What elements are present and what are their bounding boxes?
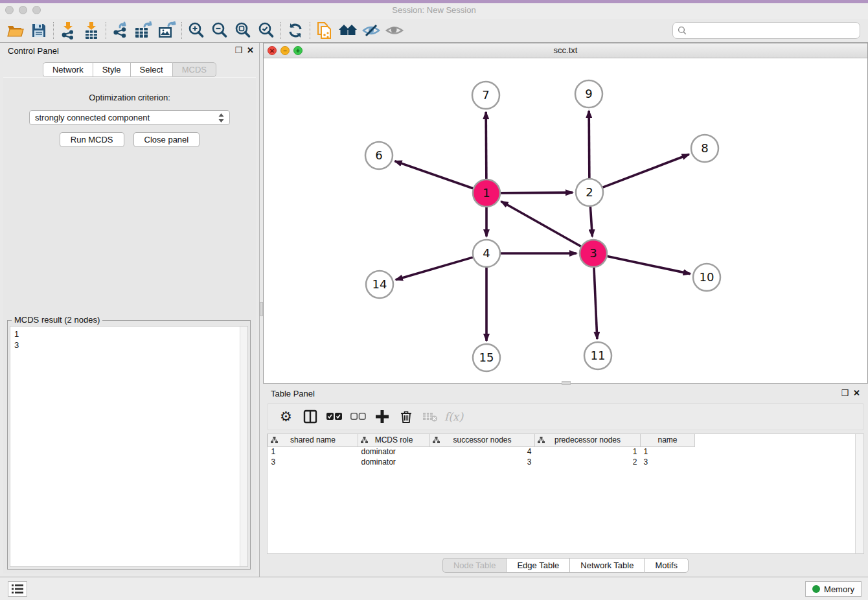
memory-button[interactable]: Memory: [805, 581, 862, 597]
control-panel-title: Control Panel: [8, 46, 59, 56]
graph-edge-3-10[interactable]: [608, 257, 691, 274]
clone-network-icon[interactable]: [313, 20, 336, 41]
optimization-criterion-label: Optimization criterion:: [3, 93, 256, 102]
control-panel: Control Panel ❒ ✕ NetworkStyleSelectMCDS…: [0, 43, 259, 577]
table-toolbar: ⚙ f(x): [267, 403, 864, 430]
table-scrollbar[interactable]: [855, 434, 863, 553]
graph-node-label: 15: [479, 351, 494, 364]
cell-shared-name[interactable]: 1: [268, 446, 358, 457]
tab-motifs[interactable]: Motifs: [644, 558, 689, 573]
node-table: shared nameMCDS rolesuccessor nodesprede…: [267, 433, 864, 554]
memory-label: Memory: [824, 584, 854, 594]
graph-node-label: 1: [483, 186, 490, 200]
cell-predecessor-nodes[interactable]: 2: [535, 457, 641, 467]
table-body: 1dominator4113dominator323: [268, 446, 695, 467]
zoom-fit-icon[interactable]: [231, 20, 255, 41]
table-settings-gear-icon[interactable]: ⚙: [274, 406, 298, 428]
open-session-icon[interactable]: [4, 20, 27, 41]
run-mcds-button[interactable]: Run MCDS: [60, 132, 124, 147]
cell-name[interactable]: 3: [641, 457, 695, 467]
tab-style[interactable]: Style: [93, 62, 130, 77]
float-panel-icon[interactable]: ❒: [234, 45, 242, 55]
graph-edge-2-9[interactable]: [589, 111, 589, 178]
cell-shared-name[interactable]: 3: [268, 457, 358, 467]
network-canvas[interactable]: 7968124314101511: [264, 58, 867, 383]
search-field[interactable]: [672, 22, 860, 39]
close-panel-icon[interactable]: ✕: [247, 45, 254, 55]
save-session-icon[interactable]: [27, 20, 51, 41]
mcds-result-box[interactable]: 1 3: [10, 326, 248, 567]
close-panel-button[interactable]: Close panel: [133, 132, 200, 147]
graph-edge-2-8[interactable]: [603, 154, 689, 187]
import-table-icon[interactable]: [80, 20, 103, 41]
task-history-button[interactable]: [8, 581, 27, 597]
select-all-columns-icon[interactable]: [322, 406, 346, 428]
tab-mcds[interactable]: MCDS: [172, 62, 216, 77]
graph-node-label: 9: [585, 87, 592, 100]
function-builder-icon-disabled: f(x): [442, 406, 466, 428]
tab-network[interactable]: Network: [43, 62, 93, 77]
tab-select[interactable]: Select: [130, 62, 172, 77]
show-all-icon[interactable]: [383, 20, 406, 41]
import-network-icon[interactable]: [56, 20, 80, 41]
table-panel-title: Table Panel: [271, 389, 315, 398]
graph-node-label: 3: [589, 246, 597, 260]
search-input[interactable]: [690, 26, 860, 36]
cell-name[interactable]: 1: [641, 446, 695, 457]
zoom-out-icon[interactable]: [208, 20, 231, 41]
optimization-criterion-dropdown[interactable]: strongly connected component: [29, 110, 230, 125]
graph-edge-3-11[interactable]: [594, 268, 597, 339]
window-titlebar: Session: New Session: [0, 3, 868, 19]
column-header-shared-name[interactable]: shared name: [268, 434, 358, 446]
graph-node-label: 8: [701, 141, 708, 155]
graph-node-label: 4: [483, 246, 490, 260]
result-scrollbar[interactable]: [240, 327, 247, 566]
column-header-name[interactable]: name: [641, 434, 695, 446]
cell-predecessor-nodes[interactable]: 1: [535, 446, 641, 457]
export-network-icon[interactable]: [109, 20, 132, 41]
home-view-icon[interactable]: [336, 20, 360, 41]
table-panel-tabs: Node TableEdge TableNetwork TableMotifs: [263, 558, 868, 573]
float-table-panel-icon[interactable]: ❒: [841, 388, 849, 398]
dropdown-selected-value: strongly connected component: [35, 113, 218, 122]
cell-successor-nodes[interactable]: 4: [430, 446, 535, 457]
tab-node-table[interactable]: Node Table: [442, 558, 507, 573]
mcds-result-group: MCDS result (2 nodes) 1 3: [7, 320, 251, 570]
control-panel-header: Control Panel ❒ ✕: [0, 43, 259, 60]
column-header-successor-nodes[interactable]: successor nodes: [430, 434, 535, 446]
table-panel-header: Table Panel ❒ ✕: [263, 386, 868, 402]
create-column-icon[interactable]: [370, 406, 394, 428]
deselect-all-columns-icon[interactable]: [346, 406, 370, 428]
close-table-panel-icon[interactable]: ✕: [853, 388, 860, 398]
network-view-window: ✕ – + scc.txt 7968124314101511: [263, 43, 868, 384]
zoom-in-icon[interactable]: [185, 20, 208, 41]
table-row[interactable]: 1dominator411: [268, 446, 695, 457]
tab-edge-table[interactable]: Edge Table: [506, 558, 569, 573]
graph-edge-1-2[interactable]: [501, 192, 573, 193]
tab-network-table[interactable]: Network Table: [569, 558, 644, 573]
graph-edge-1-6[interactable]: [395, 161, 474, 189]
export-table-icon[interactable]: [132, 20, 155, 41]
graph-edge-1-7[interactable]: [486, 112, 486, 179]
column-header-predecessor-nodes[interactable]: predecessor nodes: [535, 434, 641, 446]
zoom-selected-icon[interactable]: [255, 20, 278, 41]
export-image-icon[interactable]: [155, 20, 179, 41]
cell-successor-nodes[interactable]: 3: [430, 457, 535, 467]
graph-edge-4-14[interactable]: [396, 257, 473, 280]
show-columns-icon[interactable]: [298, 406, 322, 428]
delete-column-icon[interactable]: [394, 406, 418, 428]
mcds-tab-content: Optimization criterion: strongly connect…: [3, 77, 256, 573]
table-row[interactable]: 3dominator323: [268, 457, 695, 467]
column-header-MCDS-role[interactable]: MCDS role: [358, 434, 430, 446]
refresh-layout-icon[interactable]: [284, 20, 307, 41]
cell-MCDS-role[interactable]: dominator: [358, 446, 430, 457]
dropdown-stepper-icon: [218, 113, 224, 122]
hide-selected-icon[interactable]: [360, 20, 383, 41]
cell-MCDS-role[interactable]: dominator: [358, 457, 430, 467]
network-window-titlebar[interactable]: ✕ – + scc.txt: [264, 43, 867, 58]
graph-node-label: 11: [591, 349, 606, 362]
horizontal-splitter-grip[interactable]: [562, 381, 571, 385]
graph-edge-3-1[interactable]: [501, 202, 581, 246]
control-panel-tabs: NetworkStyleSelectMCDS: [0, 62, 259, 77]
graph-edge-2-3[interactable]: [590, 207, 592, 237]
